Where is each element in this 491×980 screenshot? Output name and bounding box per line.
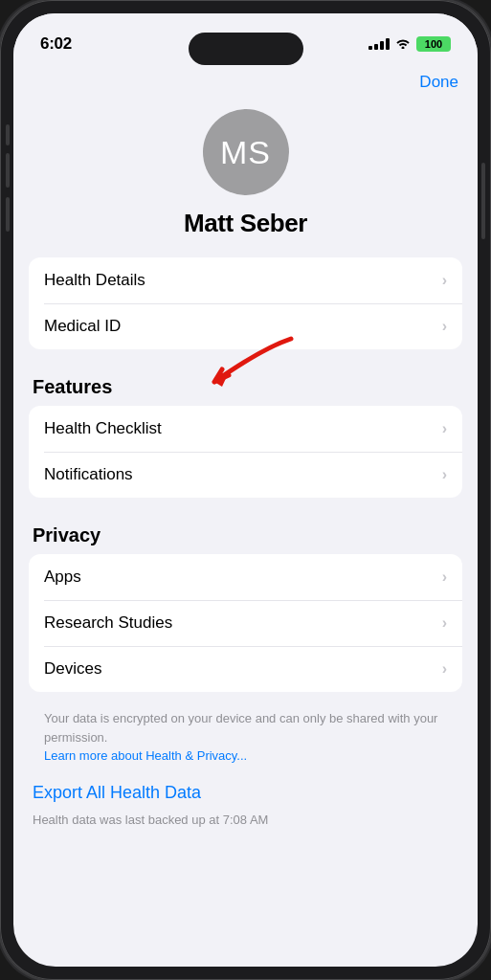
apps-item[interactable]: Apps › [29,554,462,600]
notifications-chevron: › [442,466,447,483]
health-checklist-chevron: › [442,420,447,437]
devices-chevron: › [442,660,447,678]
health-checklist-label: Health Checklist [44,419,162,438]
health-details-label: Health Details [44,271,145,290]
features-card: Health Checklist › Notifications › [29,406,462,498]
volume-up-button[interactable] [6,153,10,188]
phone-screen: 6:02 100 [13,13,478,967]
user-name: Matt Seber [184,209,307,238]
status-time: 6:02 [40,34,72,54]
signal-icon [368,38,390,50]
notifications-label: Notifications [44,465,133,484]
devices-item[interactable]: Devices › [29,646,462,692]
research-studies-item[interactable]: Research Studies › [29,600,462,646]
phone-frame: 6:02 100 [0,0,491,980]
health-details-chevron: › [442,272,447,289]
health-checklist-item[interactable]: Health Checklist › [29,406,462,452]
battery-indicator: 100 [416,36,451,52]
devices-label: Devices [44,659,101,679]
research-studies-label: Research Studies [44,613,172,633]
privacy-card: Apps › Research Studies › Devices › [29,554,462,692]
avatar-initials: MS [220,134,271,171]
volume-down-button[interactable] [6,197,10,232]
done-button[interactable]: Done [419,73,458,92]
wifi-icon [395,36,411,52]
last-backed-text: Health data was last backed up at 7:08 A… [29,809,462,846]
privacy-section-header: Privacy [29,505,462,554]
status-icons: 100 [368,36,451,52]
apps-label: Apps [44,568,81,587]
profile-card: Health Details › Medical ID › [29,257,462,349]
privacy-link[interactable]: Learn more about Health & Privacy... [44,748,247,763]
export-button[interactable]: Export All Health Data [29,766,205,809]
privacy-footnote: Your data is encrypted on your device an… [29,700,462,766]
dynamic-island [189,33,303,65]
medical-id-item[interactable]: Medical ID › [29,303,462,349]
apps-chevron: › [442,568,447,586]
avatar: MS [203,109,289,195]
notifications-item[interactable]: Notifications › [29,452,462,498]
medical-id-chevron: › [442,318,447,335]
health-details-item[interactable]: Health Details › [29,257,462,303]
research-studies-chevron: › [442,614,447,632]
main-content: Done MS Matt Seber Health Details › Medi… [13,61,478,967]
features-section-header: Features [29,357,462,406]
medical-id-label: Medical ID [44,317,121,336]
done-row: Done [29,61,462,100]
avatar-section: MS Matt Seber [29,100,462,257]
silent-switch[interactable] [6,124,10,145]
power-button[interactable] [481,163,485,239]
